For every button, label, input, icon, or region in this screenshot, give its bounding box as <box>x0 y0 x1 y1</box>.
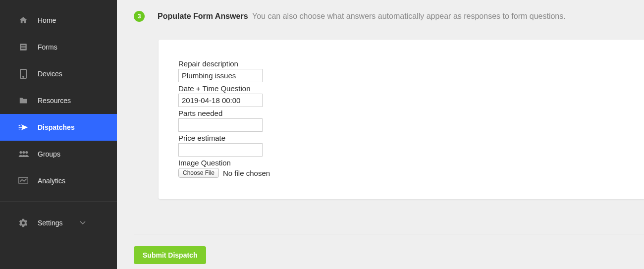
field-price-estimate: Price estimate <box>178 134 624 157</box>
choose-file-button[interactable]: Choose File <box>178 168 219 178</box>
folder-icon <box>18 95 29 106</box>
svg-point-12 <box>22 222 25 224</box>
sidebar-item-label: Devices <box>38 70 62 78</box>
sidebar-divider <box>0 201 117 202</box>
sidebar-item-groups[interactable]: Groups <box>0 141 117 167</box>
step-title: Populate Form Answers You can also choos… <box>158 12 566 21</box>
device-icon <box>18 68 29 79</box>
sidebar-item-label: Groups <box>38 150 60 158</box>
step-title-text: Populate Form Answers <box>158 12 248 20</box>
step-header: 3 Populate Form Answers You can also cho… <box>134 11 644 22</box>
groups-icon <box>18 149 29 160</box>
svg-rect-2 <box>21 47 26 48</box>
sidebar: Home Forms Devices Resources <box>0 0 117 269</box>
sidebar-item-forms[interactable]: Forms <box>0 34 117 60</box>
field-label: Price estimate <box>178 134 624 142</box>
svg-rect-1 <box>21 45 26 46</box>
field-label: Date + Time Question <box>178 84 624 93</box>
svg-point-8 <box>19 151 22 154</box>
file-status-text: No file chosen <box>223 169 270 177</box>
field-image-question: Image Question Choose File No file chose… <box>178 159 624 178</box>
sidebar-item-settings[interactable]: Settings <box>0 210 117 236</box>
repair-description-input[interactable] <box>178 69 263 82</box>
svg-rect-7 <box>19 129 20 129</box>
step-description: You can also choose what answers automat… <box>252 12 566 20</box>
field-label: Repair description <box>178 59 624 68</box>
svg-rect-6 <box>19 125 20 126</box>
list-icon <box>18 42 29 53</box>
form-panel: Repair description Date + Time Question … <box>159 40 644 199</box>
svg-point-5 <box>23 76 24 77</box>
field-parts-needed: Parts needed <box>178 109 624 132</box>
chart-icon <box>18 175 29 186</box>
main-content: 3 Populate Form Answers You can also cho… <box>117 0 644 269</box>
step-number-badge: 3 <box>134 11 145 22</box>
field-label: Image Question <box>178 159 624 167</box>
send-icon <box>18 122 29 133</box>
submit-dispatch-button[interactable]: Submit Dispatch <box>134 246 206 264</box>
sidebar-item-devices[interactable]: Devices <box>0 60 117 87</box>
sidebar-item-resources[interactable]: Resources <box>0 87 117 114</box>
sidebar-item-label: Resources <box>38 97 71 105</box>
price-estimate-input[interactable] <box>178 143 263 157</box>
gear-icon <box>18 217 29 228</box>
chevron-down-icon <box>80 221 86 225</box>
home-icon <box>18 15 29 26</box>
field-date-time: Date + Time Question <box>178 84 624 107</box>
nav-list: Home Forms Devices Resources <box>0 0 117 194</box>
date-time-input[interactable] <box>178 94 263 107</box>
sidebar-item-analytics[interactable]: Analytics <box>0 167 117 194</box>
parts-needed-input[interactable] <box>178 118 263 132</box>
sidebar-item-label: Analytics <box>38 177 65 185</box>
sidebar-item-label: Forms <box>38 43 57 51</box>
svg-rect-3 <box>21 48 26 49</box>
sidebar-item-dispatches[interactable]: Dispatches <box>0 114 117 141</box>
field-repair-description: Repair description <box>178 59 624 82</box>
field-label: Parts needed <box>178 109 624 117</box>
file-input-row: Choose File No file chosen <box>178 168 624 178</box>
sidebar-item-label: Dispatches <box>38 123 75 131</box>
sidebar-item-label: Home <box>38 16 56 24</box>
sidebar-item-home[interactable]: Home <box>0 7 117 34</box>
svg-point-9 <box>22 151 25 154</box>
settings-label: Settings <box>38 219 63 227</box>
svg-point-10 <box>25 151 28 154</box>
divider <box>134 234 644 234</box>
